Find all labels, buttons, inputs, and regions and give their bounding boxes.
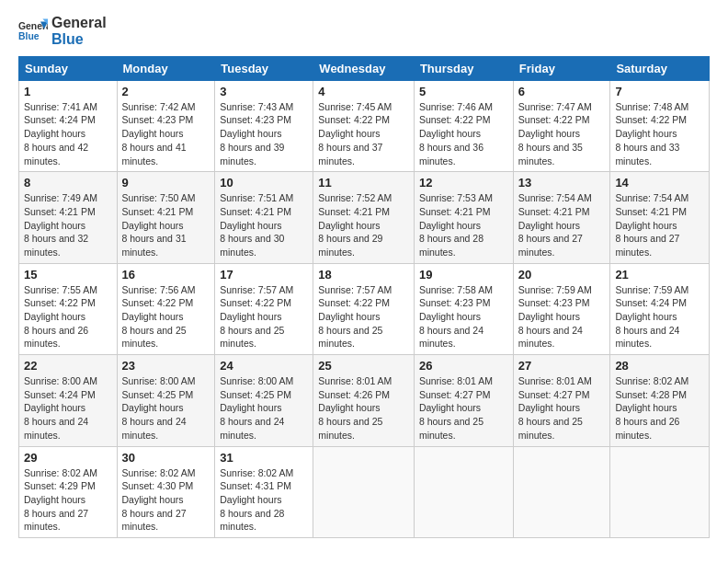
day-number: 18 (318, 268, 409, 282)
day-number: 10 (220, 176, 308, 190)
logo-icon: General Blue (18, 18, 48, 44)
day-number: 13 (518, 176, 606, 190)
day-number: 24 (220, 359, 308, 373)
day-info: Sunrise: 7:53 AMSunset: 4:21 PMDaylight … (419, 191, 508, 259)
day-number: 27 (518, 359, 606, 373)
day-info: Sunrise: 8:02 AMSunset: 4:30 PMDaylight … (122, 466, 210, 534)
day-cell: 10Sunrise: 7:51 AMSunset: 4:21 PMDayligh… (215, 172, 313, 263)
column-header-sunday: Sunday (19, 56, 118, 80)
day-info: Sunrise: 8:01 AMSunset: 4:27 PMDaylight … (518, 374, 606, 442)
day-number: 2 (122, 85, 210, 98)
column-header-monday: Monday (117, 56, 215, 80)
day-cell: 31Sunrise: 8:02 AMSunset: 4:31 PMDayligh… (215, 446, 313, 537)
day-number: 1 (24, 85, 112, 98)
day-number: 4 (318, 85, 409, 98)
day-info: Sunrise: 7:46 AMSunset: 4:22 PMDaylight … (419, 100, 508, 167)
day-cell: 13Sunrise: 7:54 AMSunset: 4:21 PMDayligh… (513, 172, 610, 263)
day-number: 20 (518, 268, 606, 282)
day-cell: 30Sunrise: 8:02 AMSunset: 4:30 PMDayligh… (117, 446, 215, 537)
day-info: Sunrise: 7:42 AMSunset: 4:23 PMDaylight … (122, 100, 210, 167)
day-number: 28 (615, 359, 704, 373)
column-header-thursday: Thursday (414, 56, 513, 80)
day-number: 31 (220, 451, 308, 465)
logo-blue: Blue (51, 31, 107, 48)
day-cell: 24Sunrise: 8:00 AMSunset: 4:25 PMDayligh… (215, 355, 313, 446)
day-info: Sunrise: 7:48 AMSunset: 4:22 PMDaylight … (615, 100, 704, 167)
day-cell: 3Sunrise: 7:43 AMSunset: 4:23 PMDaylight… (215, 80, 313, 171)
day-info: Sunrise: 7:57 AMSunset: 4:22 PMDaylight … (220, 283, 308, 350)
day-number: 6 (518, 85, 606, 98)
day-cell: 9Sunrise: 7:50 AMSunset: 4:21 PMDaylight… (117, 172, 215, 263)
day-info: Sunrise: 8:01 AMSunset: 4:26 PMDaylight … (318, 374, 409, 442)
day-cell: 28Sunrise: 8:02 AMSunset: 4:28 PMDayligh… (610, 355, 710, 446)
day-cell: 15Sunrise: 7:55 AMSunset: 4:22 PMDayligh… (19, 263, 118, 354)
day-number: 9 (122, 176, 210, 190)
day-info: Sunrise: 7:55 AMSunset: 4:22 PMDaylight … (24, 283, 112, 350)
day-info: Sunrise: 7:54 AMSunset: 4:21 PMDaylight … (615, 191, 704, 259)
day-number: 26 (419, 359, 508, 373)
day-info: Sunrise: 8:00 AMSunset: 4:24 PMDaylight … (24, 374, 112, 442)
day-cell: 21Sunrise: 7:59 AMSunset: 4:24 PMDayligh… (610, 263, 710, 354)
day-cell: 26Sunrise: 8:01 AMSunset: 4:27 PMDayligh… (414, 355, 513, 446)
day-number: 7 (615, 85, 704, 98)
day-cell: 20Sunrise: 7:59 AMSunset: 4:23 PMDayligh… (513, 263, 610, 354)
page-container: General Blue General Blue SundayMondayTu… (0, 0, 728, 547)
day-cell: 4Sunrise: 7:45 AMSunset: 4:22 PMDaylight… (313, 80, 415, 171)
day-cell: 2Sunrise: 7:42 AMSunset: 4:23 PMDaylight… (117, 80, 215, 171)
logo: General Blue General Blue (18, 15, 107, 49)
day-info: Sunrise: 7:47 AMSunset: 4:22 PMDaylight … (518, 100, 606, 167)
day-info: Sunrise: 7:49 AMSunset: 4:21 PMDaylight … (24, 191, 112, 259)
week-row-1: 1Sunrise: 7:41 AMSunset: 4:24 PMDaylight… (19, 80, 710, 171)
day-info: Sunrise: 8:01 AMSunset: 4:27 PMDaylight … (419, 374, 508, 442)
day-info: Sunrise: 7:43 AMSunset: 4:23 PMDaylight … (220, 100, 308, 167)
day-cell: 8Sunrise: 7:49 AMSunset: 4:21 PMDaylight… (19, 172, 118, 263)
day-cell: 25Sunrise: 8:01 AMSunset: 4:26 PMDayligh… (313, 355, 415, 446)
day-cell (414, 446, 513, 537)
day-number: 29 (24, 451, 112, 465)
day-cell: 23Sunrise: 8:00 AMSunset: 4:25 PMDayligh… (117, 355, 215, 446)
day-cell: 1Sunrise: 7:41 AMSunset: 4:24 PMDaylight… (19, 80, 118, 171)
day-cell (313, 446, 415, 537)
day-number: 30 (122, 451, 210, 465)
day-info: Sunrise: 7:50 AMSunset: 4:21 PMDaylight … (122, 191, 210, 259)
week-row-4: 22Sunrise: 8:00 AMSunset: 4:24 PMDayligh… (19, 355, 710, 446)
day-cell (610, 446, 710, 537)
day-number: 23 (122, 359, 210, 373)
column-header-tuesday: Tuesday (215, 56, 313, 80)
day-info: Sunrise: 8:02 AMSunset: 4:31 PMDaylight … (220, 466, 308, 534)
svg-text:Blue: Blue (18, 31, 40, 41)
day-number: 25 (318, 359, 409, 373)
day-cell: 5Sunrise: 7:46 AMSunset: 4:22 PMDaylight… (414, 80, 513, 171)
day-cell: 29Sunrise: 8:02 AMSunset: 4:29 PMDayligh… (19, 446, 118, 537)
day-cell: 14Sunrise: 7:54 AMSunset: 4:21 PMDayligh… (610, 172, 710, 263)
day-cell: 17Sunrise: 7:57 AMSunset: 4:22 PMDayligh… (215, 263, 313, 354)
day-info: Sunrise: 8:00 AMSunset: 4:25 PMDaylight … (220, 374, 308, 442)
day-info: Sunrise: 8:02 AMSunset: 4:29 PMDaylight … (24, 466, 112, 534)
day-info: Sunrise: 7:59 AMSunset: 4:23 PMDaylight … (518, 283, 606, 350)
day-info: Sunrise: 7:41 AMSunset: 4:24 PMDaylight … (24, 100, 112, 167)
day-number: 3 (220, 85, 308, 98)
day-number: 15 (24, 268, 112, 282)
day-number: 12 (419, 176, 508, 190)
day-number: 19 (419, 268, 508, 282)
header: General Blue General Blue (18, 15, 710, 49)
day-cell (513, 446, 610, 537)
day-info: Sunrise: 7:58 AMSunset: 4:23 PMDaylight … (419, 283, 508, 350)
day-number: 17 (220, 268, 308, 282)
day-cell: 16Sunrise: 7:56 AMSunset: 4:22 PMDayligh… (117, 263, 215, 354)
column-header-friday: Friday (513, 56, 610, 80)
day-number: 14 (615, 176, 704, 190)
day-info: Sunrise: 7:56 AMSunset: 4:22 PMDaylight … (122, 283, 210, 350)
day-cell: 27Sunrise: 8:01 AMSunset: 4:27 PMDayligh… (513, 355, 610, 446)
column-header-saturday: Saturday (610, 56, 710, 80)
day-cell: 7Sunrise: 7:48 AMSunset: 4:22 PMDaylight… (610, 80, 710, 171)
day-cell: 19Sunrise: 7:58 AMSunset: 4:23 PMDayligh… (414, 263, 513, 354)
day-number: 11 (318, 176, 409, 190)
day-info: Sunrise: 7:52 AMSunset: 4:21 PMDaylight … (318, 191, 409, 259)
day-number: 8 (24, 176, 112, 190)
day-info: Sunrise: 7:59 AMSunset: 4:24 PMDaylight … (615, 283, 704, 350)
week-row-2: 8Sunrise: 7:49 AMSunset: 4:21 PMDaylight… (19, 172, 710, 263)
day-number: 22 (24, 359, 112, 373)
calendar-table: SundayMondayTuesdayWednesdayThursdayFrid… (18, 56, 710, 538)
day-info: Sunrise: 7:51 AMSunset: 4:21 PMDaylight … (220, 191, 308, 259)
